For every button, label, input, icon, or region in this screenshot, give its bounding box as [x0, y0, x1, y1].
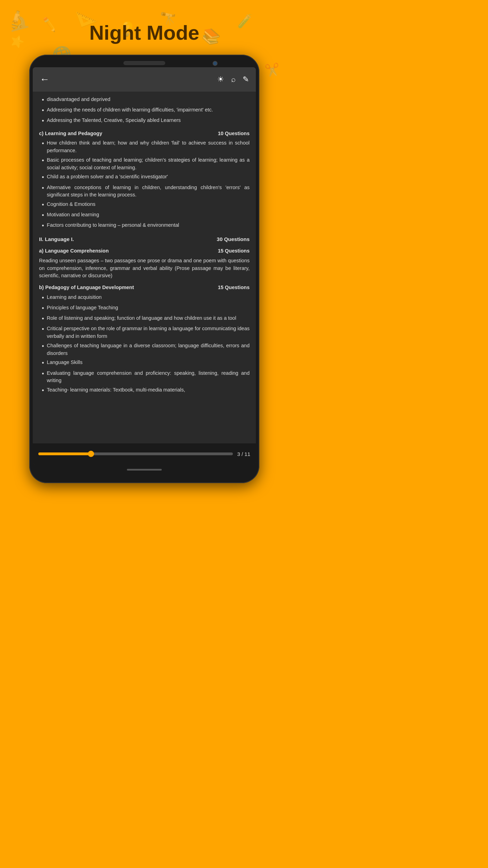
- section-a-description: Reading unseen passages – two passages o…: [39, 257, 250, 280]
- search-icon[interactable]: ⌕: [231, 75, 236, 84]
- section-b-title: b) Pedagogy of Language Development: [39, 284, 134, 292]
- section-b-questions: 15 Questions: [218, 284, 250, 292]
- section-c-header: c) Learning and Pedagogy 10 Questions: [39, 130, 250, 138]
- progress-bar-fill: [38, 452, 91, 455]
- phone-camera: [213, 61, 218, 66]
- home-bar: [127, 469, 162, 471]
- page-indicator: 3 / 11: [237, 451, 250, 457]
- list-item: • Alternative conceptions of learning in…: [39, 184, 250, 199]
- section-c-title: c) Learning and Pedagogy: [39, 130, 102, 138]
- content-area[interactable]: • disadvantaged and deprived • Addressin…: [33, 92, 256, 443]
- bottom-progress-bar: 3 / 11: [33, 443, 256, 464]
- section-b-header: b) Pedagogy of Language Development 15 Q…: [39, 284, 250, 292]
- section-ii-title: II. Language I.: [39, 235, 74, 243]
- list-item: • How children think and learn; how and …: [39, 139, 250, 155]
- progress-bar-container[interactable]: [38, 452, 233, 455]
- list-item: • Critical perspective on the role of gr…: [39, 325, 250, 340]
- list-item: • Language Skills: [39, 359, 250, 367]
- section-a-header: a) Language Comprehension 15 Questions: [39, 247, 250, 255]
- back-icon[interactable]: ←: [40, 74, 49, 85]
- list-item: • Basic processes of teaching and learni…: [39, 156, 250, 172]
- top-bar: ← ☀ ⌕ ✎: [33, 67, 256, 92]
- phone-speaker: [123, 61, 165, 65]
- brightness-icon[interactable]: ☀: [217, 75, 224, 84]
- phone-mockup: ← ☀ ⌕ ✎ • disadvantaged and deprived • A…: [0, 55, 289, 483]
- edit-icon[interactable]: ✎: [243, 75, 249, 84]
- list-item: • Factors contributing to learning – per…: [39, 222, 250, 230]
- page-title: Night Mode: [0, 0, 289, 51]
- list-item: • Principles of language Teaching: [39, 304, 250, 313]
- section-c-questions: 10 Questions: [218, 130, 250, 138]
- list-item: • Child as a problem solver and a 'scien…: [39, 173, 250, 182]
- list-item: • Addressing the needs of children with …: [39, 106, 250, 115]
- cognition-emotions-item: • Cognition & Emotions: [39, 201, 250, 209]
- section-ii-header: II. Language I. 30 Questions: [39, 235, 250, 243]
- list-item: • disadvantaged and deprived: [39, 96, 250, 104]
- list-item: • Teaching- learning materials: Textbook…: [39, 386, 250, 395]
- top-bar-icons: ☀ ⌕ ✎: [217, 75, 249, 84]
- motivation-learning-item: • Motivation and learning: [39, 211, 250, 220]
- phone-body: ← ☀ ⌕ ✎ • disadvantaged and deprived • A…: [29, 55, 259, 483]
- list-item: • Addressing the Talented, Creative, Spe…: [39, 117, 250, 125]
- phone-bottom: [33, 464, 256, 475]
- list-item: • Evaluating language comprehension and …: [39, 370, 250, 385]
- list-item: • Role of listening and speaking; functi…: [39, 315, 250, 323]
- section-ii-questions: 30 Questions: [217, 235, 250, 243]
- list-item: • Challenges of teaching language in a d…: [39, 342, 250, 357]
- list-item: • Learning and acquisition: [39, 294, 250, 302]
- section-a-questions: 15 Questions: [218, 247, 250, 255]
- progress-handle[interactable]: [88, 451, 94, 457]
- section-a-title: a) Language Comprehension: [39, 247, 109, 255]
- phone-screen: ← ☀ ⌕ ✎ • disadvantaged and deprived • A…: [33, 67, 256, 464]
